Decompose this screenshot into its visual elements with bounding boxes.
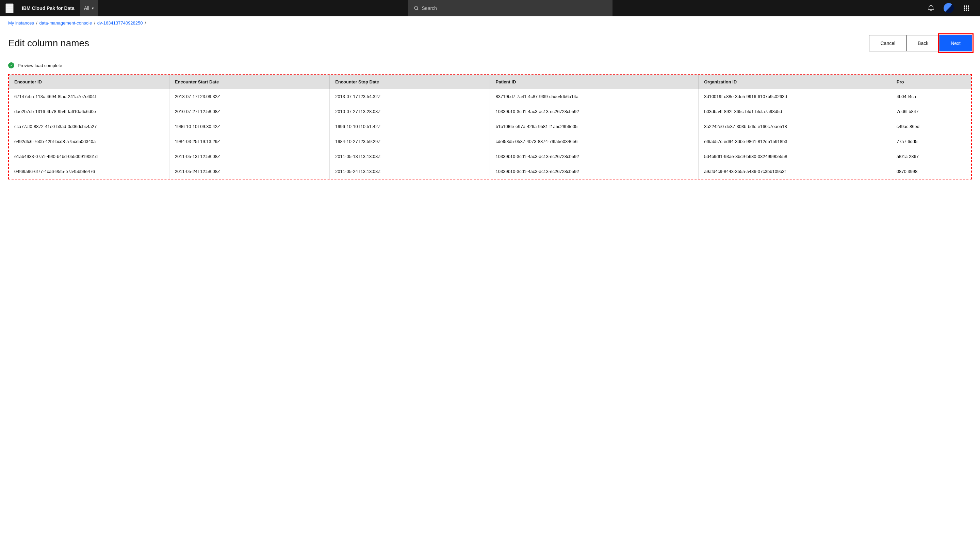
svg-rect-10 (968, 8, 969, 9)
top-navigation: IBM Cloud Pak for Data All ▾ (0, 0, 980, 16)
cell-row4-col4: 5d4b9df1-93ae-3bc9-b680-03249990e558 (698, 149, 891, 164)
cell-row1-col0: dae2b7cb-1316-4b78-954f-fa610a6c6d0e (9, 104, 169, 119)
svg-rect-13 (968, 10, 969, 11)
cell-row4-col5: af01a 2867 (891, 149, 971, 164)
svg-line-4 (417, 9, 418, 10)
cell-row1-col4: b03dba4f-892f-365c-bfd1-bfcfa7a98d5d (698, 104, 891, 119)
cell-row0-col0: 67147eba-113c-4694-8fad-241a7e7c604f (9, 89, 169, 104)
cancel-button[interactable]: Cancel (869, 35, 907, 51)
page-title: Edit column names (8, 38, 89, 49)
cell-row2-col0: cca77af0-8872-41e0-b3ad-0d06dcbc4a27 (9, 119, 169, 134)
cell-row2-col5: c49ac 86ed (891, 119, 971, 134)
cell-row3-col5: 77a7 6dd5 (891, 134, 971, 149)
cell-row3-col0: e492dfc6-7e0b-42bf-bcd8-a75ce50d340a (9, 134, 169, 149)
cell-row5-col5: 0870 3998 (891, 164, 971, 179)
cell-row0-col3: 83719bd7-7a41-4c87-93f9-c5de4db6a14a (490, 89, 698, 104)
cell-row2-col3: b1b10f6e-e97a-426a-9581-f1a5c29b6e05 (490, 119, 698, 134)
breadcrumb-data-management-console[interactable]: data-management-console (40, 21, 92, 26)
svg-rect-0 (6, 5, 13, 6)
svg-rect-2 (6, 9, 13, 10)
svg-rect-12 (966, 10, 967, 11)
cell-row1-col2: 2010-07-27T13:28:08Z (330, 104, 490, 119)
cell-row5-col0: 04f69a96-6f77-4ca6-95f5-b7a45bb9e476 (9, 164, 169, 179)
cell-row0-col5: 4b04 f4ca (891, 89, 971, 104)
col-header-org-id: Organization ID (698, 75, 891, 89)
svg-rect-5 (964, 5, 965, 7)
cell-row3-col2: 1984-10-27T23:59:29Z (330, 134, 490, 149)
table-container: Encounter ID Encounter Start Date Encoun… (8, 74, 972, 179)
breadcrumb: My instances / data-management-console /… (0, 16, 980, 30)
table-header-row: Encounter ID Encounter Start Date Encoun… (9, 75, 971, 89)
breadcrumb-my-instances[interactable]: My instances (8, 21, 34, 26)
next-button[interactable]: Next (940, 35, 972, 51)
cell-row2-col1: 1996-10-10T09:30:42Z (169, 119, 329, 134)
table-row: e492dfc6-7e0b-42bf-bcd8-a75ce50d340a1984… (9, 134, 971, 149)
table-row: 04f69a96-6f77-4ca6-95f5-b7a45bb9e4762011… (9, 164, 971, 179)
brand-name: IBM Cloud Pak for Data (22, 5, 75, 11)
cell-row0-col1: 2013-07-17T23:09:32Z (169, 89, 329, 104)
cell-row3-col3: cdef53d5-0537-4073-8874-79fa5e0346e6 (490, 134, 698, 149)
header-actions: Cancel Back Next (869, 35, 972, 51)
search-input[interactable] (422, 5, 608, 11)
notification-icon[interactable] (923, 0, 939, 16)
cell-row5-col1: 2011-05-24T12:58:08Z (169, 164, 329, 179)
col-header-stop-date: Encounter Stop Date (330, 75, 490, 89)
col-header-encounter-id: Encounter ID (9, 75, 169, 89)
table-row: cca77af0-8872-41e0-b3ad-0d06dcbc4a271996… (9, 119, 971, 134)
cell-row2-col4: 3a2242e0-de37-303b-bdfc-e160c7eae518 (698, 119, 891, 134)
svg-rect-8 (964, 8, 965, 9)
breadcrumb-sep-3: / (145, 21, 146, 26)
table-row: 67147eba-113c-4694-8fad-241a7e7c604f2013… (9, 89, 971, 104)
cell-row1-col1: 2010-07-27T12:58:08Z (169, 104, 329, 119)
menu-icon[interactable] (5, 3, 14, 13)
search-icon (414, 5, 419, 11)
topnav-right-actions (923, 0, 975, 16)
cell-row4-col1: 2011-05-13T12:58:08Z (169, 149, 329, 164)
chevron-down-icon: ▾ (92, 6, 94, 11)
table-row: dae2b7cb-1316-4b78-954f-fa610a6c6d0e2010… (9, 104, 971, 119)
cell-row4-col0: e1ab4933-07a1-49f0-b4bd-05500919061d (9, 149, 169, 164)
breadcrumb-sep-1: / (36, 21, 37, 26)
cell-row5-col2: 2011-05-24T13:13:08Z (330, 164, 490, 179)
svg-rect-1 (6, 7, 13, 8)
check-icon: ✓ (8, 62, 14, 69)
cell-row4-col2: 2011-05-13T13:13:08Z (330, 149, 490, 164)
cell-row1-col3: 10339b10-3cd1-4ac3-ac13-ec26728cb592 (490, 104, 698, 119)
search-bar[interactable] (408, 0, 612, 16)
all-selector[interactable]: All ▾ (80, 0, 98, 16)
avatar (943, 3, 954, 13)
avatar-button[interactable] (940, 0, 957, 16)
col-header-patient-id: Patient ID (490, 75, 698, 89)
svg-rect-9 (966, 8, 967, 9)
app-switcher-icon[interactable] (958, 0, 975, 16)
cell-row3-col1: 1984-03-25T19:13:29Z (169, 134, 329, 149)
table-row: e1ab4933-07a1-49f0-b4bd-05500919061d2011… (9, 149, 971, 164)
cell-row0-col4: 3d10019f-c88e-3de5-9916-6107b9c0263d (698, 89, 891, 104)
status-message: Preview load complete (18, 63, 62, 68)
cell-row3-col4: ef6ab57c-ed94-3dbe-9861-812d515918b3 (698, 134, 891, 149)
svg-rect-6 (966, 5, 967, 7)
cell-row2-col2: 1996-10-10T10:51:42Z (330, 119, 490, 134)
breadcrumb-sep-2: / (94, 21, 95, 26)
cell-row0-col2: 2013-07-17T23:54:32Z (330, 89, 490, 104)
col-header-pro: Pro (891, 75, 971, 89)
breadcrumb-dv-instance[interactable]: dv-1634137740928250 (97, 21, 143, 26)
svg-rect-7 (968, 5, 969, 7)
cell-row5-col4: a9afd4c9-8443-3b5a-a486-07c3bb109b3f (698, 164, 891, 179)
svg-rect-11 (964, 10, 965, 11)
col-header-start-date: Encounter Start Date (169, 75, 329, 89)
status-banner: ✓ Preview load complete (0, 60, 980, 74)
cell-row4-col3: 10339b10-3cd1-4ac3-ac13-ec26728cb592 (490, 149, 698, 164)
page-header: Edit column names Cancel Back Next (0, 30, 980, 60)
cell-row1-col5: 7ed6l b847 (891, 104, 971, 119)
data-table: Encounter ID Encounter Start Date Encoun… (9, 75, 971, 179)
cell-row5-col3: 10339b10-3cd1-4ac3-ac13-ec26728cb592 (490, 164, 698, 179)
back-button[interactable]: Back (907, 35, 940, 51)
